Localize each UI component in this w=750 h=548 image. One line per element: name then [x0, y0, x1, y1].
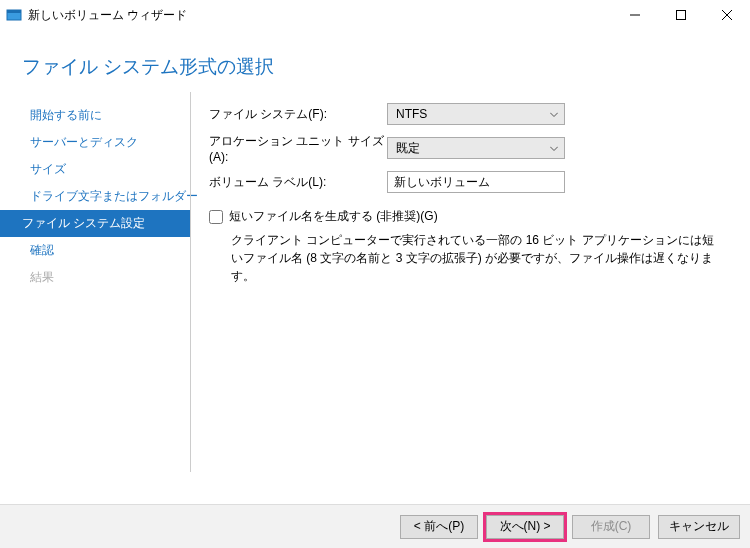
close-button[interactable]: [704, 0, 750, 30]
app-icon: [6, 7, 22, 23]
svg-rect-1: [7, 10, 21, 13]
window-controls: [612, 0, 750, 30]
svg-rect-3: [677, 11, 686, 20]
chevron-down-icon: [550, 143, 558, 154]
short-filenames-label: 短いファイル名を生成する (非推奨)(G): [229, 208, 438, 225]
short-filenames-hint: クライアント コンピューターで実行されている一部の 16 ビット アプリケーショ…: [231, 231, 722, 285]
nav-item-server-disk[interactable]: サーバーとディスク: [0, 129, 190, 156]
volume-label-input[interactable]: [387, 171, 565, 193]
window-title: 新しいボリューム ウィザード: [28, 7, 187, 24]
filesystem-label: ファイル システム(F):: [209, 106, 387, 123]
volume-label-label: ボリューム ラベル(L):: [209, 174, 387, 191]
nav-item-before-begin[interactable]: 開始する前に: [0, 102, 190, 129]
allocation-size-select[interactable]: 既定: [387, 137, 565, 159]
allocation-size-label: アロケーション ユニット サイズ(A):: [209, 133, 387, 164]
wizard-footer: < 前へ(P) 次へ(N) > 作成(C) キャンセル: [0, 504, 750, 548]
minimize-button[interactable]: [612, 0, 658, 30]
filesystem-value: NTFS: [396, 107, 427, 121]
nav-item-size[interactable]: サイズ: [0, 156, 190, 183]
nav-item-filesystem-settings[interactable]: ファイル システム設定: [0, 210, 190, 237]
nav-item-confirmation[interactable]: 確認: [0, 237, 190, 264]
create-button: 作成(C): [572, 515, 650, 539]
wizard-nav: 開始する前に サーバーとディスク サイズ ドライブ文字またはフォルダー ファイル…: [0, 92, 190, 472]
cancel-button[interactable]: キャンセル: [658, 515, 740, 539]
maximize-button[interactable]: [658, 0, 704, 30]
content-pane: ファイル システム(F): NTFS アロケーション ユニット サイズ(A): …: [191, 92, 750, 472]
next-button[interactable]: 次へ(N) >: [486, 515, 564, 539]
chevron-down-icon: [550, 109, 558, 120]
filesystem-select[interactable]: NTFS: [387, 103, 565, 125]
page-heading: ファイル システム形式の選択: [0, 30, 750, 92]
nav-item-drive-letter[interactable]: ドライブ文字またはフォルダー: [0, 183, 190, 210]
allocation-size-value: 既定: [396, 140, 420, 157]
short-filenames-checkbox[interactable]: [209, 210, 223, 224]
nav-item-results: 結果: [0, 264, 190, 291]
previous-button[interactable]: < 前へ(P): [400, 515, 478, 539]
titlebar: 新しいボリューム ウィザード: [0, 0, 750, 30]
